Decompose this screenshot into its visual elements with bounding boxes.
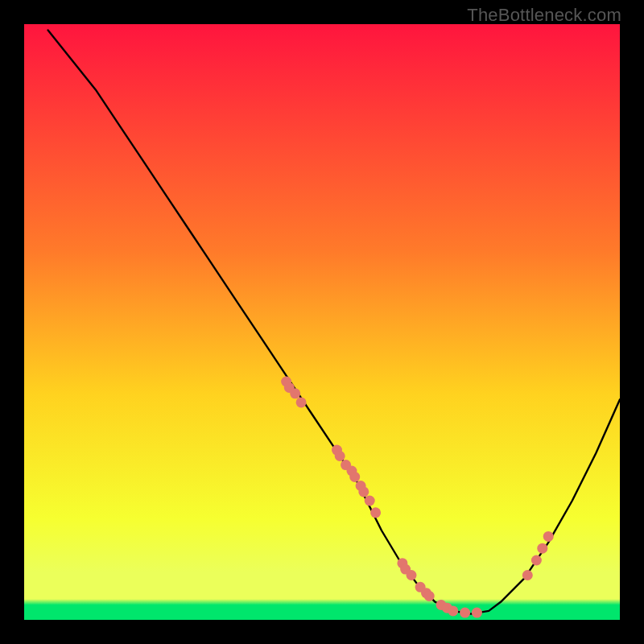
curve-marker bbox=[472, 608, 482, 618]
curve-marker bbox=[424, 591, 435, 601]
curve-marker bbox=[531, 555, 542, 566]
curve-marker bbox=[407, 570, 417, 580]
curve-marker bbox=[370, 507, 381, 518]
curve-marker bbox=[358, 486, 369, 497]
curve-marker bbox=[296, 397, 307, 407]
watermark-text: TheBottleneck.com bbox=[467, 5, 621, 26]
curve-marker bbox=[290, 388, 300, 398]
curve-marker bbox=[537, 543, 547, 554]
curve-marker bbox=[460, 608, 470, 618]
bottleneck-chart bbox=[24, 24, 620, 620]
curve-marker bbox=[349, 472, 360, 482]
curve-marker bbox=[365, 496, 375, 506]
curve-marker bbox=[543, 531, 554, 542]
curve-marker bbox=[335, 451, 345, 461]
gradient-background bbox=[24, 24, 620, 620]
curve-marker bbox=[448, 605, 458, 616]
curve-marker bbox=[522, 570, 533, 580]
chart-svg bbox=[24, 24, 620, 620]
